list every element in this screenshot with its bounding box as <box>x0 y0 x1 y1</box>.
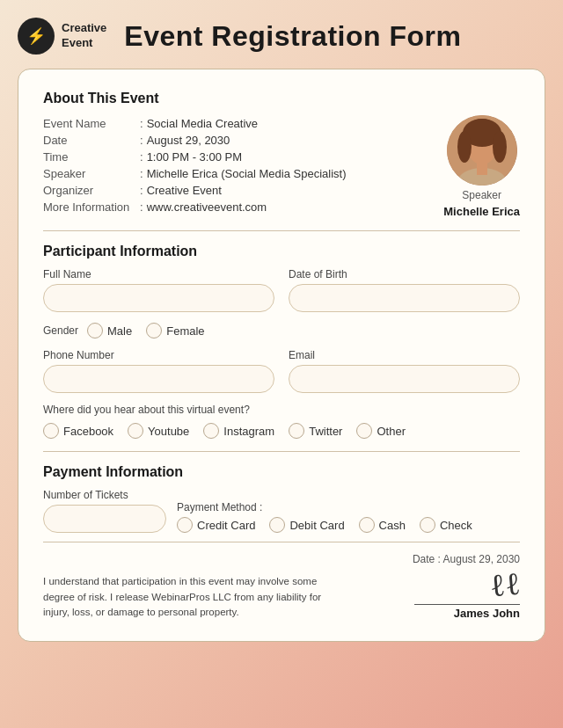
full-name-input[interactable] <box>43 284 274 312</box>
gender-male-radio[interactable] <box>87 323 103 339</box>
event-field-value: 1:00 PM - 3:00 PM <box>147 149 352 165</box>
logo-icon: ⚡ <box>18 18 55 55</box>
payment-method-label: Payment Method : <box>177 501 481 513</box>
dob-group: Date of Birth <box>289 268 520 312</box>
event-field-row: More Information:www.creativeevent.com <box>43 199 351 215</box>
hear-option-instagram[interactable]: Instagram <box>203 423 274 439</box>
email-input[interactable] <box>289 365 520 393</box>
speaker-area: Speaker Michelle Erica <box>443 115 520 218</box>
hear-option-twitter[interactable]: Twitter <box>289 423 342 439</box>
signature-date: Date : August 29, 2030 <box>413 553 520 565</box>
radio-circle[interactable] <box>420 517 435 533</box>
page-title: Event Registration Form <box>124 20 461 53</box>
gender-male-label: Male <box>107 324 132 338</box>
hear-options-group: FacebookYoutubeInstagramTwitterOther <box>43 423 520 439</box>
event-field-label: Organizer <box>43 182 140 199</box>
event-field-value: Michelle Erica (Social Media Specialist) <box>147 165 352 182</box>
svg-rect-7 <box>477 163 487 175</box>
payment-option-check[interactable]: Check <box>420 517 472 533</box>
payment-option-debit-card[interactable]: Debit Card <box>269 517 344 533</box>
speaker-label: Speaker <box>462 189 501 201</box>
tickets-group: Number of Tickets <box>43 489 166 533</box>
payment-option-label: Credit Card <box>197 519 255 532</box>
disclaimer-text: I understand that participation in this … <box>43 574 342 620</box>
event-section: About This Event Event Name:Social Media… <box>43 91 520 218</box>
svg-point-4 <box>457 131 472 163</box>
radio-circle[interactable] <box>43 423 59 439</box>
gender-female-option[interactable]: Female <box>146 323 204 339</box>
divider-2 <box>43 451 520 452</box>
form-card: About This Event Event Name:Social Media… <box>18 69 545 642</box>
event-field-value: Creative Event <box>147 182 352 199</box>
divider-1 <box>43 230 520 231</box>
participant-section-title: Participant Information <box>43 244 520 259</box>
payment-option-credit-card[interactable]: Credit Card <box>177 517 255 533</box>
event-field-label: Event Name <box>43 115 140 132</box>
gender-male-option[interactable]: Male <box>87 323 132 339</box>
email-group: Email <box>289 349 520 393</box>
dob-label: Date of Birth <box>289 268 520 280</box>
hear-option-label: Other <box>377 425 406 438</box>
logo-area: ⚡ Creative Event <box>18 18 106 55</box>
payment-section: Payment Information Number of Tickets Pa… <box>43 464 520 533</box>
event-field-colon: : <box>140 132 147 149</box>
logo-text: Creative Event <box>62 21 106 51</box>
speaker-image <box>447 115 517 186</box>
signature-line <box>414 604 520 605</box>
email-label: Email <box>289 349 520 361</box>
hear-option-youtube[interactable]: Youtube <box>128 423 189 439</box>
event-field-row: Event Name:Social Media Creative <box>43 115 351 132</box>
payment-option-label: Debit Card <box>289 519 344 532</box>
gender-label: Gender <box>43 324 78 337</box>
signature-area: Date : August 29, 2030 ℓℓ James John <box>413 553 520 620</box>
gender-female-radio[interactable] <box>146 323 162 339</box>
dob-input[interactable] <box>289 284 520 312</box>
participant-section: Participant Information Full Name Date o… <box>43 244 520 439</box>
radio-circle[interactable] <box>356 423 372 439</box>
speaker-name: Michelle Erica <box>443 205 520 218</box>
radio-circle[interactable] <box>269 517 285 533</box>
event-field-label: More Information <box>43 199 140 215</box>
radio-circle[interactable] <box>177 517 193 533</box>
event-field-row: Speaker:Michelle Erica (Social Media Spe… <box>43 165 351 182</box>
svg-point-5 <box>493 131 507 163</box>
event-field-row: Time:1:00 PM - 3:00 PM <box>43 149 351 165</box>
radio-circle[interactable] <box>359 517 375 533</box>
payment-option-label: Check <box>440 519 472 532</box>
phone-label: Phone Number <box>43 349 274 361</box>
hear-option-label: Instagram <box>223 425 274 438</box>
event-field-colon: : <box>140 199 147 215</box>
phone-input[interactable] <box>43 365 274 393</box>
event-field-row: Date:August 29, 2030 <box>43 132 351 149</box>
radio-circle[interactable] <box>203 423 219 439</box>
event-details: Event Name:Social Media CreativeDate:Aug… <box>43 115 351 215</box>
gender-group: Gender Male Female <box>43 323 520 339</box>
payment-option-label: Cash <box>379 519 406 532</box>
event-field-label: Speaker <box>43 165 140 182</box>
signature-image: ℓℓ <box>488 568 522 602</box>
event-field-label: Date <box>43 132 140 149</box>
event-info-section: Event Name:Social Media CreativeDate:Aug… <box>43 115 520 218</box>
radio-circle[interactable] <box>128 423 143 439</box>
tickets-input[interactable] <box>43 505 166 533</box>
disclaimer-section: I understand that participation in this … <box>43 542 520 620</box>
payment-row: Number of Tickets Payment Method : Credi… <box>43 489 520 533</box>
payment-method-group: Payment Method : Credit CardDebit CardCa… <box>177 501 481 533</box>
hear-option-label: Youtube <box>148 425 189 438</box>
hear-option-facebook[interactable]: Facebook <box>43 423 113 439</box>
event-field-colon: : <box>140 165 147 182</box>
event-field-label: Time <box>43 149 140 165</box>
payment-options: Credit CardDebit CardCashCheck <box>177 517 481 533</box>
event-field-colon: : <box>140 149 147 165</box>
event-field-colon: : <box>140 115 147 132</box>
signatory-name: James John <box>454 607 520 620</box>
payment-option-cash[interactable]: Cash <box>359 517 406 533</box>
radio-circle[interactable] <box>289 423 304 439</box>
hear-option-label: Facebook <box>63 425 113 438</box>
hear-option-other[interactable]: Other <box>356 423 406 439</box>
event-section-title: About This Event <box>43 91 520 106</box>
full-name-group: Full Name <box>43 268 274 312</box>
full-name-label: Full Name <box>43 268 274 280</box>
event-field-colon: : <box>140 182 147 199</box>
phone-email-row: Phone Number Email <box>43 349 520 393</box>
